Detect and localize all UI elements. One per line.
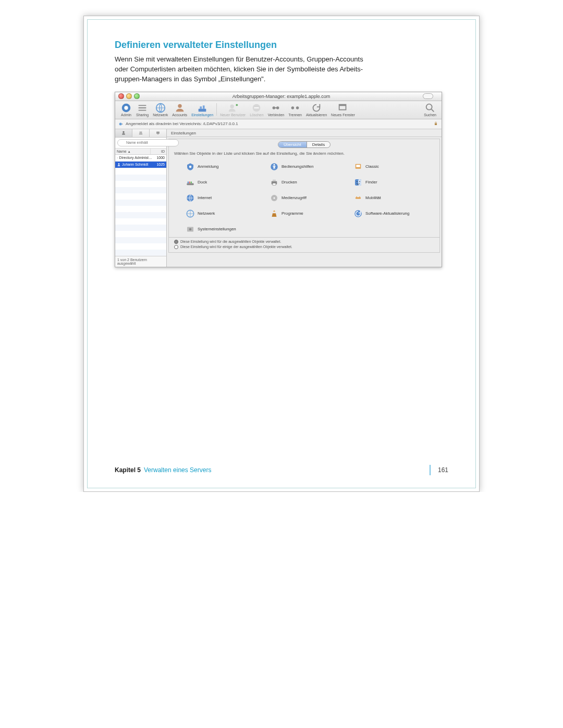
chapter-label: Kapitel 5 (115, 466, 141, 474)
legend-dot-partial-icon (174, 245, 178, 249)
toolbar-label: Verbinden (268, 113, 285, 117)
pref-internet[interactable]: Internet (186, 193, 266, 203)
view-tabs: Übersicht Details (169, 139, 439, 149)
toolbar-connect[interactable]: Verbinden (266, 102, 287, 118)
toolbar-netzwerk[interactable]: Netzwerk (151, 102, 170, 118)
pref-system-prefs[interactable]: Systemeinstellungen (186, 225, 266, 234)
pref-label: Systemeinstellungen (198, 227, 236, 231)
sidebar-search-input[interactable] (117, 139, 179, 146)
svg-point-7 (230, 104, 234, 108)
svg-point-30 (274, 164, 275, 165)
toolbar-refresh[interactable]: Aktualisieren (304, 102, 329, 118)
search-icon (424, 103, 436, 113)
svg-point-21 (140, 132, 141, 133)
list-item[interactable]: Directory Administ… 1000 (115, 155, 166, 162)
lock-icon[interactable] (433, 121, 438, 127)
pref-media-access[interactable]: Medienzugriff (270, 193, 350, 203)
svg-point-28 (189, 165, 192, 168)
refresh-icon (311, 103, 322, 113)
body-line: gruppen-Managers in das Symbol „Einstell… (115, 75, 265, 83)
toolbar-admin[interactable]: Admin (118, 102, 134, 118)
preferences-icon (197, 103, 208, 113)
workgroup-manager-window: Arbeitsgruppen-Manager: example1.apple.c… (115, 92, 442, 267)
network-pref-icon (186, 209, 195, 218)
pref-printing[interactable]: Drucken (270, 178, 350, 187)
main-panel-title: Einstellungen (167, 129, 442, 137)
sidebar-list-header: Name ▲ ID (115, 149, 166, 155)
toolbar-label: Accounts (172, 113, 187, 117)
column-header-id[interactable]: ID (150, 149, 166, 154)
pref-login[interactable]: Anmeldung (186, 162, 266, 171)
minimize-icon[interactable] (126, 93, 132, 99)
pref-label: Medienzugriff (282, 195, 307, 200)
admin-icon (120, 103, 132, 113)
preference-legend: Diese Einstellung wird für die ausgewähl… (169, 237, 439, 252)
svg-point-14 (296, 106, 299, 109)
column-header-label: Name (117, 150, 127, 153)
column-header-name[interactable]: Name ▲ (115, 149, 150, 154)
main-panel: Einstellungen Übersicht Details Wählen S… (167, 129, 442, 267)
svg-rect-16 (339, 104, 346, 106)
toolbar-new-window[interactable]: Neues Fenster (329, 102, 357, 118)
svg-rect-5 (200, 106, 202, 109)
tab-details[interactable]: Details (307, 142, 330, 147)
sidebar-list: Directory Administ… 1000 Johann Schmidt … (115, 155, 166, 256)
tab-overview[interactable]: Übersicht (278, 142, 307, 147)
toolbar-einstellungen[interactable]: Einstellungen (189, 102, 215, 118)
pref-mobility[interactable]: Mobilität (353, 193, 434, 203)
svg-point-17 (426, 104, 432, 109)
close-icon[interactable] (118, 93, 124, 99)
toolbar-toggle-icon[interactable] (423, 93, 433, 99)
pref-label: Classic (365, 164, 379, 169)
printer-icon (270, 178, 279, 187)
pref-finder[interactable]: Finder (353, 178, 434, 187)
directory-popup-icon[interactable] (118, 121, 124, 127)
window-title: Arbeitsgruppen-Manager: example1.apple.c… (140, 94, 438, 99)
pref-classic[interactable]: Classic (353, 162, 434, 171)
body-line: Wenn Sie mit verwalteten Einstellungen f… (115, 55, 363, 63)
page-footer: Kapitel 5 Verwalten eines Servers 161 (115, 465, 448, 475)
toolbar-disconnect[interactable]: Trennen (286, 102, 304, 118)
pref-accessibility[interactable]: Bedienungshilfen (270, 162, 350, 171)
svg-point-13 (291, 106, 295, 109)
toolbar-sharing[interactable]: Sharing (134, 102, 151, 118)
pref-label: Mobilität (365, 195, 381, 200)
svg-rect-36 (191, 181, 192, 183)
zoom-icon[interactable] (134, 93, 140, 99)
svg-point-22 (141, 132, 142, 133)
svg-rect-23 (156, 132, 160, 134)
pref-applications[interactable]: Programme (270, 209, 350, 218)
pref-software-update[interactable]: Software-Aktualisierung (353, 209, 434, 218)
toolbar-search[interactable]: Suchen (422, 102, 438, 118)
sidebar-tab-groups[interactable] (132, 129, 150, 137)
media-access-icon (270, 193, 279, 203)
svg-rect-32 (356, 165, 360, 167)
sidebar-record-type-tabs (115, 129, 166, 138)
sidebar-tab-computers[interactable] (150, 129, 166, 137)
user-icon (117, 156, 118, 160)
svg-rect-47 (356, 197, 361, 199)
pref-label: Bedienungshilfen (282, 164, 313, 169)
toolbar-label: Aktualisieren (306, 113, 327, 117)
svg-point-46 (274, 197, 275, 199)
toolbar-label: Admin (121, 113, 131, 117)
window-titlebar[interactable]: Arbeitsgruppen-Manager: example1.apple.c… (115, 92, 442, 101)
pref-label: Software-Aktualisierung (365, 212, 409, 216)
sidebar-tab-users[interactable] (115, 129, 132, 137)
toolbar-label: Trennen (288, 113, 302, 117)
pref-dock[interactable]: Dock (186, 178, 266, 187)
toolbar-label: Einstellungen (191, 113, 213, 117)
login-icon (186, 162, 195, 171)
toolbar-accounts[interactable]: Accounts (170, 102, 189, 118)
window-body: Name ▲ ID Directory Administ… 1000 (115, 129, 442, 267)
applications-icon (270, 209, 279, 218)
sort-triangle-icon: ▲ (128, 150, 131, 153)
svg-point-18 (119, 122, 122, 125)
toolbar-label: Neuer Benutzer (220, 113, 246, 117)
system-prefs-icon (186, 225, 195, 234)
page-card: Definieren verwalteter Einstellungen Wen… (83, 16, 480, 492)
list-item[interactable]: Johann Schmidt 1025 (115, 162, 166, 168)
pref-network[interactable]: Netzwerk (186, 209, 266, 218)
svg-point-27 (118, 163, 120, 165)
svg-rect-33 (187, 183, 194, 185)
